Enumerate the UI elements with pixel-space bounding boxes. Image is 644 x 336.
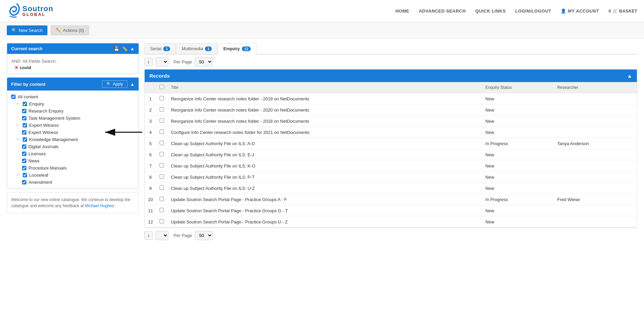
checkbox-procedure-manuals[interactable] bbox=[22, 166, 26, 170]
footer-note: Welcome to our new online catalogue. We … bbox=[7, 192, 139, 213]
row-checkbox-8[interactable] bbox=[156, 172, 167, 183]
filter-item-amendment: Amendment bbox=[11, 179, 134, 186]
checkbox-research-enquiry[interactable] bbox=[22, 109, 26, 113]
records-collapse-icon[interactable]: ▲ bbox=[627, 73, 632, 79]
row-checkbox-9[interactable] bbox=[156, 183, 167, 194]
row-title-6[interactable]: Clean up Subject Authority File on ILS: … bbox=[167, 149, 482, 160]
row-title-4[interactable]: Configure Info Center research notes fol… bbox=[167, 127, 482, 138]
basket-area[interactable]: 0 🛒 BASKET bbox=[608, 8, 637, 14]
checkbox-task-management[interactable] bbox=[22, 116, 26, 120]
checkbox-digital-journals[interactable] bbox=[22, 144, 26, 149]
filter-collapse-icon[interactable]: ▲ bbox=[130, 82, 134, 87]
row-status-9: New bbox=[482, 183, 554, 194]
row-num-8: 8 bbox=[145, 172, 156, 183]
filter-body: All content ⊢ Enquiry Research Enquiry T… bbox=[7, 91, 139, 189]
records-title: Records bbox=[149, 73, 170, 79]
bottom-sort-icon: ↕ bbox=[147, 233, 150, 238]
bottom-sort-button[interactable]: ↕ bbox=[144, 231, 153, 240]
row-title-8[interactable]: Clean up Subject Authority File on ILS: … bbox=[167, 172, 482, 183]
filter-item-looseleaf: ⊢ Looseleaf bbox=[11, 172, 134, 179]
row-title-9[interactable]: Clean up Subject Authority File on ILS: … bbox=[167, 183, 482, 194]
checkbox-amendment[interactable] bbox=[22, 180, 26, 184]
row-title-11[interactable]: Update Soutron Search Portal Page - Prac… bbox=[167, 205, 482, 216]
col-status-header: Enquiry Status bbox=[482, 82, 554, 93]
nav-my-account[interactable]: 👤 MY ACCOUNT bbox=[561, 8, 599, 14]
checkbox-licenses[interactable] bbox=[22, 152, 26, 156]
row-researcher-5: Tanya Anderson bbox=[554, 138, 637, 149]
logo-global: GLOBAL bbox=[22, 13, 53, 17]
filter-item-digital-journals: Digital Journals bbox=[11, 143, 134, 150]
checkbox-expert-witness[interactable] bbox=[23, 123, 27, 127]
search-operator-row: AND All Fields Search : bbox=[11, 57, 134, 65]
nav-quick-links[interactable]: QUICK LINKS bbox=[475, 8, 506, 14]
row-num-9: 9 bbox=[145, 183, 156, 194]
row-checkbox-10[interactable] bbox=[156, 194, 167, 205]
current-search-title: Current search bbox=[11, 46, 42, 51]
row-checkbox-11[interactable] bbox=[156, 205, 167, 216]
collapse-icon[interactable]: ▲ bbox=[130, 46, 134, 51]
row-checkbox-6[interactable] bbox=[156, 149, 167, 160]
row-checkbox-2[interactable] bbox=[156, 104, 167, 116]
sort-button[interactable]: ↕ bbox=[144, 58, 153, 66]
tab-serial[interactable]: Serial 1 bbox=[144, 43, 176, 54]
row-status-3: New bbox=[482, 116, 554, 127]
row-checkbox-7[interactable] bbox=[156, 160, 167, 172]
apply-button[interactable]: 🔍 Apply bbox=[102, 80, 127, 88]
sort-icon: ↕ bbox=[147, 59, 150, 64]
edit-search-icon[interactable]: ✏️ bbox=[122, 46, 127, 51]
checkbox-knowledge-management[interactable] bbox=[23, 137, 27, 142]
row-title-10[interactable]: Update Soutron Search Portal Page - Prac… bbox=[167, 194, 482, 205]
bottom-sort-select[interactable] bbox=[155, 231, 168, 240]
checkbox-all-content[interactable] bbox=[11, 95, 16, 99]
row-checkbox-3[interactable] bbox=[156, 116, 167, 127]
row-checkbox-12[interactable] bbox=[156, 216, 167, 228]
table-row: 6 Clean up Subject Authority File on ILS… bbox=[145, 149, 637, 160]
row-num-12: 12 bbox=[145, 216, 156, 228]
row-title-5[interactable]: Clean up Subject Authority File on ILS: … bbox=[167, 138, 482, 149]
save-icon[interactable]: 💾 bbox=[114, 46, 119, 51]
per-page-select[interactable]: 50 bbox=[195, 57, 213, 66]
sort-select[interactable] bbox=[155, 57, 168, 66]
row-status-10: In Progress bbox=[482, 194, 554, 205]
row-researcher-6 bbox=[554, 149, 637, 160]
row-researcher-10: Fred Wiese bbox=[554, 194, 637, 205]
checkbox-enquiry[interactable] bbox=[23, 102, 27, 106]
table-row: 12 Update Soutron Search Portal Page - P… bbox=[145, 216, 637, 228]
row-title-12[interactable]: Update Soutron Search Portal Page - Prac… bbox=[167, 216, 482, 228]
sidebar: Current search 💾 ✏️ ▲ AND All Fields Sea… bbox=[7, 43, 139, 213]
checkbox-expert-witness-sub[interactable] bbox=[22, 130, 26, 135]
row-num-4: 4 bbox=[145, 127, 156, 138]
filter-item-task-management: Task Management System bbox=[11, 115, 134, 122]
remove-term-button[interactable]: ✕ bbox=[15, 65, 18, 70]
feedback-link[interactable]: Michael Hughes. bbox=[85, 203, 115, 208]
row-checkbox-5[interactable] bbox=[156, 138, 167, 149]
row-status-5: In Progress bbox=[482, 138, 554, 149]
row-title-3[interactable]: Reorganize Info Center research notes fo… bbox=[167, 116, 482, 127]
bottom-per-page-select[interactable]: 50 bbox=[195, 231, 213, 240]
filter-item-procedure-manuals: Procedure Manuals bbox=[11, 164, 134, 172]
tab-multimedia[interactable]: Multimedia 1 bbox=[176, 43, 217, 54]
row-title-1[interactable]: Reorganize Info Center research notes fo… bbox=[167, 93, 482, 104]
new-search-button[interactable]: 🔍 New Search bbox=[7, 25, 47, 35]
logo-text: Soutron GLOBAL bbox=[22, 5, 53, 17]
actions-button[interactable]: ✏️ Actions (0) bbox=[51, 25, 89, 35]
current-search-section: Current search 💾 ✏️ ▲ AND All Fields Sea… bbox=[7, 43, 139, 74]
select-all-checkbox[interactable] bbox=[160, 85, 164, 89]
checkbox-news[interactable] bbox=[22, 159, 26, 163]
nav-advanced-search[interactable]: ADVANCED SEARCH bbox=[419, 8, 466, 14]
nav-login-logout[interactable]: LOGIN/LOGOUT bbox=[515, 8, 551, 14]
col-researcher-header: Researcher bbox=[554, 82, 637, 93]
row-checkbox-4[interactable] bbox=[156, 127, 167, 138]
row-status-1: New bbox=[482, 93, 554, 104]
tab-serial-badge: 1 bbox=[163, 46, 170, 51]
row-title-2[interactable]: Reorganize Info Center research notes fo… bbox=[167, 104, 482, 116]
nav-home[interactable]: HOME bbox=[395, 8, 409, 14]
row-title-7[interactable]: Clean up Subject Authority File on ILS: … bbox=[167, 160, 482, 172]
row-checkbox-1[interactable] bbox=[156, 93, 167, 104]
tree-dash-expert-witness: ⊢ bbox=[17, 123, 21, 127]
current-search-icons: 💾 ✏️ ▲ bbox=[114, 46, 134, 51]
checkbox-looseleaf[interactable] bbox=[23, 173, 27, 177]
basket-count: 0 bbox=[608, 8, 611, 14]
tab-enquiry[interactable]: Enquiry 12 bbox=[217, 43, 256, 55]
filter-item-expert-witness-sub: Expert Witness bbox=[11, 129, 134, 136]
